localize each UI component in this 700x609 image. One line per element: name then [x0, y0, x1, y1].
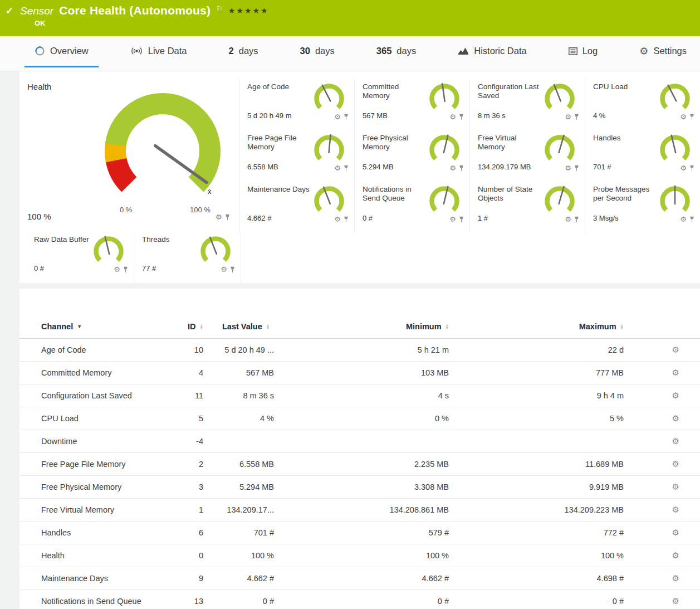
gauge-pin-icon[interactable] — [344, 114, 349, 120]
tab-label: Settings — [653, 46, 687, 56]
tab-365-days[interactable]: 365days — [366, 36, 426, 67]
channel-settings-icon[interactable]: ⚙ — [672, 573, 679, 583]
gauge-pin-icon[interactable] — [344, 165, 349, 172]
gauge-value: 6.558 MB — [247, 163, 278, 171]
sensor-kicker: Sensor — [20, 5, 53, 17]
gauge-value: 8 m 36 s — [478, 111, 506, 120]
gauge-settings-icon[interactable]: ⚙ — [680, 113, 687, 120]
channel-last-value: 100 % — [203, 551, 274, 560]
sensor-header: ✓ Sensor Core Health (Autonomous) ⚐ ★★★★… — [0, 0, 700, 36]
gauge-settings-icon[interactable]: ⚙ — [680, 216, 687, 223]
channels-panel: Channel▼ID▲▼Last Value▲▼Minimum▲▼Maximum… — [19, 289, 700, 609]
channel-row-downtime: Downtime-4⚙ — [19, 430, 700, 453]
page-title: Core Health (Autonomous) — [59, 4, 211, 17]
column-header-min[interactable]: Minimum▲▼ — [274, 322, 449, 331]
gauge-settings-icon[interactable]: ⚙ — [565, 164, 571, 172]
gauge-value: 4.662 # — [247, 214, 271, 222]
gauge-pin-icon[interactable] — [689, 216, 694, 223]
gauge-pin-icon[interactable] — [459, 216, 464, 223]
channel-settings-icon[interactable]: ⚙ — [672, 391, 679, 400]
gauge-settings-icon[interactable]: ⚙ — [565, 216, 571, 223]
channel-settings-icon[interactable]: ⚙ — [672, 413, 679, 423]
gauge-pin-icon[interactable] — [574, 216, 579, 223]
gauge-value: 1 # — [478, 214, 488, 222]
channel-last-value: 701 # — [203, 528, 274, 537]
gauge-settings-icon[interactable]: ⚙ — [334, 113, 341, 120]
gauge-settings-icon[interactable]: ⚙ — [449, 113, 456, 120]
gauge-pin-icon[interactable] — [689, 165, 694, 172]
channel-last-value: 8 m 36 s — [203, 391, 274, 400]
gauge-pin-icon[interactable] — [574, 165, 579, 172]
gauge-grid: Age of Code5 d 20 h 49 m⚙Committed Memor… — [239, 79, 700, 233]
priority-stars[interactable]: ★★★★★ — [228, 6, 269, 15]
channel-settings-icon[interactable]: ⚙ — [672, 436, 679, 446]
channel-minimum: 5 h 21 m — [274, 345, 449, 354]
channel-settings-icon[interactable]: ⚙ — [672, 482, 679, 491]
gauges-panel: Health x̄ 0 % 100 % 100 % ⚙ Age of Code5… — [19, 71, 700, 283]
gauge-free-page-file-memory: Free Page File Memory6.558 MB⚙ — [239, 130, 354, 182]
gauge-settings-icon[interactable]: ⚙ — [449, 216, 456, 223]
gauge-pin-icon[interactable] — [230, 266, 235, 273]
gauge-probe-messages-per-second: Probe Messages per Second3 Msg/s⚙ — [585, 182, 700, 233]
gauge-pin-icon[interactable] — [689, 114, 694, 120]
channel-row-configuration-last-saved: Configuration Last Saved118 m 36 s4 s9 h… — [19, 384, 700, 407]
gauge-settings-icon[interactable]: ⚙ — [680, 164, 687, 172]
column-label: Last Value — [222, 322, 262, 331]
sort-desc-icon: ▼ — [77, 324, 82, 329]
health-scale-min: 0 % — [120, 206, 132, 214]
tab-bar: OverviewLive Data2days30days365daysHisto… — [0, 36, 700, 71]
tab-historic-data[interactable]: Historic Data — [448, 36, 536, 67]
channel-settings-icon[interactable]: ⚙ — [672, 459, 679, 469]
tab-live-data[interactable]: Live Data — [120, 36, 197, 67]
column-header-channel[interactable]: Channel▼ — [41, 322, 159, 331]
channel-minimum: 0 # — [274, 597, 449, 606]
tab-label: days — [315, 46, 335, 56]
gauge-settings-icon[interactable]: ⚙ — [114, 266, 120, 273]
gauge-settings-icon[interactable]: ⚙ — [221, 266, 227, 273]
column-label: Minimum — [406, 322, 442, 331]
column-header-last[interactable]: Last Value▲▼ — [203, 322, 274, 331]
tab-log[interactable]: Log — [559, 36, 608, 67]
gauge-settings-icon[interactable]: ⚙ — [449, 164, 456, 172]
channel-maximum: 0 # — [449, 597, 624, 606]
column-label: Channel — [41, 322, 73, 331]
channel-settings-icon[interactable]: ⚙ — [672, 505, 679, 514]
tab-2-days[interactable]: 2days — [219, 36, 268, 67]
gauge-pin-icon[interactable] — [459, 114, 464, 120]
channel-settings-icon[interactable]: ⚙ — [672, 345, 679, 354]
channel-settings-icon[interactable]: ⚙ — [672, 368, 679, 377]
column-header-id[interactable]: ID▲▼ — [159, 322, 203, 331]
gauge-dial — [312, 80, 346, 115]
tab-30-days[interactable]: 30days — [290, 36, 345, 67]
health-pin-icon[interactable] — [225, 214, 230, 221]
gauge-pin-icon[interactable] — [344, 216, 349, 223]
gauge-settings-icon[interactable]: ⚙ — [334, 164, 341, 172]
gauge-settings-icon[interactable]: ⚙ — [565, 113, 571, 120]
gauge-pin-icon[interactable] — [123, 266, 128, 273]
tab-overview[interactable]: Overview — [25, 36, 99, 67]
gauge-dial — [658, 131, 692, 166]
channel-settings-icon[interactable]: ⚙ — [672, 528, 679, 537]
column-label: ID — [188, 322, 196, 331]
channel-name: Committed Memory — [41, 368, 159, 377]
gauge-pin-icon[interactable] — [574, 114, 579, 120]
channel-name: CPU Load — [41, 414, 159, 423]
gauge-dial — [312, 183, 346, 217]
tab-settings[interactable]: ⚙Settings — [629, 36, 697, 67]
flag-icon[interactable]: ⚐ — [216, 4, 223, 13]
channel-minimum: 2.235 MB — [274, 460, 449, 469]
channel-settings-icon[interactable]: ⚙ — [672, 596, 679, 606]
gauge-dial — [427, 183, 462, 217]
panel-divider — [0, 283, 700, 289]
column-header-max[interactable]: Maximum▲▼ — [449, 322, 624, 331]
sort-icon: ▲▼ — [620, 324, 624, 329]
channel-settings-icon[interactable]: ⚙ — [672, 550, 679, 560]
channel-name: Free Page File Memory — [41, 460, 159, 469]
channel-last-value: 4.662 # — [203, 574, 274, 583]
gauge-settings-icon[interactable]: ⚙ — [334, 216, 341, 223]
channel-table-header: Channel▼ID▲▼Last Value▲▼Minimum▲▼Maximum… — [19, 314, 700, 339]
health-settings-icon[interactable]: ⚙ — [216, 213, 222, 221]
channel-last-value: 6.558 MB — [203, 460, 274, 469]
gauge-maintenance-days: Maintenance Days4.662 #⚙ — [239, 182, 354, 233]
gauge-pin-icon[interactable] — [459, 165, 464, 172]
